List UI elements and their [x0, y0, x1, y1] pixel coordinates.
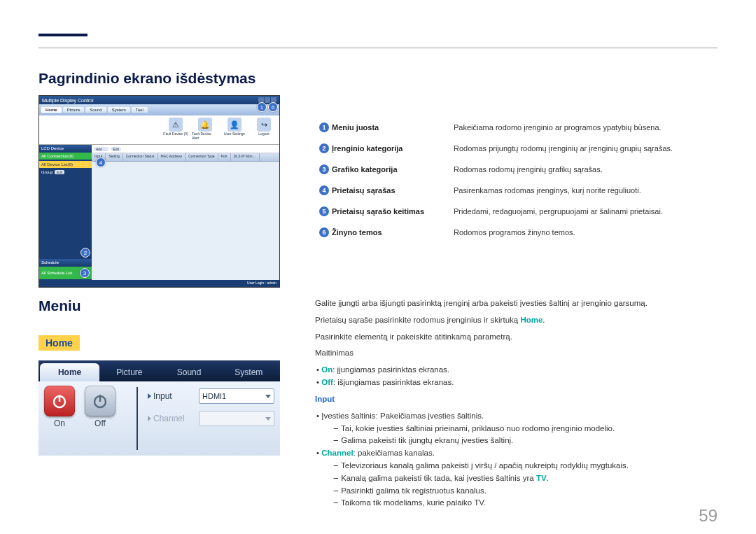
side-lcd: LCD Device — [39, 145, 92, 152]
callout-6: 6 — [268, 102, 278, 112]
chevron-down-icon — [265, 395, 271, 398]
tool-logout: ↪Logout — [251, 118, 277, 142]
channel-select — [199, 411, 274, 426]
side-all-conn: All Connection(0) — [39, 153, 92, 160]
tab-picture: Picture — [63, 107, 85, 113]
para-2: Prietaisų sąraše pasirinkite rodomus įre… — [315, 314, 718, 327]
li-on: On: įjungiamas pasirinktas ekranas. — [315, 364, 718, 377]
power-on: On — [44, 386, 75, 451]
callout-2: 2 — [80, 248, 90, 258]
home-heading: Home — [38, 335, 80, 351]
app-tabbar: Home Picture Sound System Tool 1 6 — [39, 104, 279, 115]
input-heading: Input — [315, 395, 335, 403]
li-channel: Channel: pakeičiamas kanalas. — [315, 447, 718, 460]
li-ch-d4: Taikoma tik modeliams, kurie palaiko TV. — [315, 497, 718, 510]
channel-row: Channel — [148, 411, 274, 426]
side-all-list: All Device List(0) — [39, 161, 92, 168]
side-all-sched: All Schedule List3 — [39, 267, 92, 279]
grid-header: InputSettingConnection StatusMAC Address… — [92, 153, 279, 162]
side-group-row: GroupEdit — [39, 169, 92, 176]
tab-system: System — [108, 107, 130, 113]
hometab-system: System — [219, 363, 279, 381]
chevron-down-icon — [265, 417, 271, 421]
li-ch-d2: Kanalą galima pakeisti tik tada, kai įve… — [315, 472, 718, 485]
para-4: Maitinimas — [315, 347, 718, 360]
header-divider — [38, 48, 718, 48]
header-accent-rule — [38, 34, 88, 36]
app-title: Multiple Display Control — [42, 98, 94, 103]
input-select: HDMI1 — [199, 388, 274, 404]
li-input-d1: Tai, kokie įvesties šaltiniai prieinami,… — [315, 423, 718, 435]
tab-tool: Tool — [132, 107, 148, 113]
para-3: Pasirinkite elementą ir pakeiskite atiti… — [315, 331, 718, 344]
app-toolbar: ⚠Fault Device (0) 🔔Fault Device Alert 👤U… — [39, 115, 279, 145]
tab-sound: Sound — [85, 107, 106, 113]
power-off-icon — [85, 386, 115, 416]
triangle-icon — [148, 393, 151, 399]
app-main: Add … Edit InputSettingConnection Status… — [92, 145, 279, 280]
hometab-home: Home — [40, 363, 99, 381]
hometab-sound: Sound — [160, 363, 219, 381]
app-screenshot: Multiple Display Control Home Picture So… — [38, 95, 280, 288]
triangle-icon — [148, 416, 151, 421]
li-off: Off: išjungiamas pasirinktas ekranas. — [315, 377, 718, 389]
tool-fault-alert: 🔔Fault Device Alert — [192, 118, 218, 142]
btn-edit: Edit — [111, 147, 121, 151]
side-schedule: Schedule — [39, 259, 92, 266]
section-heading-layout: Pagrindinio ekrano išdėstymas — [38, 70, 718, 87]
legend-table: 1Meniu juostaPakeičiama rodomo įrenginio… — [315, 116, 718, 244]
callout-1: 1 — [257, 102, 267, 112]
li-input-d2: Galima pakeisti tik įjungtų ekranų įvest… — [315, 435, 718, 447]
app-status: User Login : admin — [39, 280, 279, 287]
app-sidebar: LCD Device All Connection(0) All Device … — [39, 145, 92, 280]
callout-4: 4 — [96, 157, 106, 167]
tool-fault-device: ⚠Fault Device (0) — [162, 118, 189, 142]
input-row: Input HDMI1 — [148, 388, 274, 404]
power-on-icon — [44, 386, 75, 416]
hometab-picture: Picture — [99, 363, 159, 381]
home-screenshot: Home Picture Sound System On — [38, 360, 280, 456]
tab-home: Home — [41, 107, 62, 113]
page-number: 59 — [699, 506, 718, 526]
para-1: Galite įjungti arba išjungti pasirinktą … — [315, 297, 718, 310]
li-ch-d3: Pasirinkti galima tik registruotus kanal… — [315, 485, 718, 498]
li-input: Įvesties šaltinis: Pakeičiamas įvesties … — [315, 410, 718, 423]
tool-user-settings: 👤User Settings — [221, 118, 248, 142]
li-ch-d1: Televizoriaus kanalą galima pakeisti į v… — [315, 460, 718, 472]
power-off: Off — [85, 386, 115, 451]
section-heading-meniu: Meniu — [38, 297, 280, 314]
btn-add: Add … — [94, 147, 108, 151]
